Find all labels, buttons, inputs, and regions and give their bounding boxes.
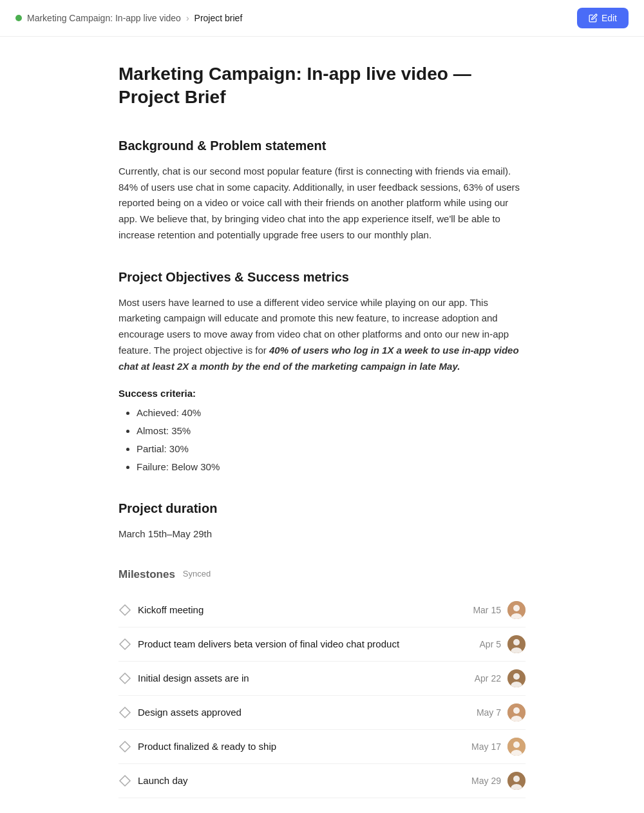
milestone-label: Product finalized & ready to ship — [138, 739, 276, 754]
svg-point-13 — [513, 741, 520, 748]
avatar — [507, 738, 526, 756]
diamond-icon — [118, 706, 131, 719]
breadcrumb: Marketing Campaign: In-app live video › … — [15, 11, 242, 25]
milestone-date: Apr 5 — [480, 637, 501, 651]
avatar — [507, 669, 526, 687]
objectives-body: Most users have learned to use a differe… — [118, 295, 526, 375]
svg-point-4 — [513, 639, 520, 646]
milestone-label: Initial design assets are in — [138, 671, 249, 686]
milestone-left: Launch day — [118, 773, 188, 789]
duration-body: March 15th–May 29th — [118, 526, 526, 542]
background-heading: Background & Problem statement — [118, 135, 526, 156]
milestone-row: Initial design assets are in Apr 22 — [118, 662, 526, 696]
milestone-label: Launch day — [138, 773, 188, 789]
status-dot — [15, 15, 22, 21]
milestone-row: Kickoff meeting Mar 15 — [118, 593, 526, 627]
section-milestones: Milestones Synced Kickoff meeting Mar 15 — [118, 566, 526, 798]
avatar — [507, 772, 526, 790]
avatar — [507, 635, 526, 653]
main-content: Marketing Campaign: In-app live video — … — [103, 37, 541, 813]
milestone-date: May 7 — [477, 705, 501, 720]
milestone-date: Mar 15 — [473, 603, 501, 617]
milestone-right: Apr 22 — [475, 669, 526, 687]
avatar — [507, 703, 526, 722]
svg-point-10 — [513, 707, 520, 714]
milestone-label: Product team delivers beta version of fi… — [138, 636, 399, 652]
section-background: Background & Problem statement Currently… — [118, 135, 526, 244]
milestone-right: Apr 5 — [480, 635, 526, 653]
list-item: Partial: 30% — [137, 441, 526, 457]
diamond-icon — [118, 774, 131, 787]
milestones-header: Milestones Synced — [118, 566, 526, 583]
list-item: Achieved: 40% — [137, 405, 526, 421]
svg-point-16 — [513, 776, 520, 782]
page-title: Marketing Campaign: In-app live video — … — [118, 62, 526, 110]
edit-button[interactable]: Edit — [577, 8, 629, 28]
list-item: Almost: 35% — [137, 423, 526, 439]
milestone-date: Apr 22 — [475, 671, 501, 685]
milestone-right: Mar 15 — [473, 601, 526, 619]
milestone-label: Kickoff meeting — [138, 602, 204, 618]
topbar: Marketing Campaign: In-app live video › … — [0, 0, 644, 37]
milestone-row: Launch day May 29 — [118, 764, 526, 798]
milestone-label: Design assets approved — [138, 705, 242, 720]
list-item: Failure: Below 30% — [137, 459, 526, 475]
success-criteria-label: Success criteria: — [118, 386, 526, 401]
objectives-heading: Project Objectives & Success metrics — [118, 267, 526, 287]
diamond-icon — [118, 740, 131, 753]
background-body: Currently, chat is our second most popul… — [118, 164, 526, 244]
section-duration: Project duration March 15th–May 29th — [118, 498, 526, 542]
diamond-icon — [118, 638, 131, 651]
synced-badge: Synced — [183, 568, 211, 581]
svg-point-7 — [513, 673, 520, 680]
section-objectives: Project Objectives & Success metrics Mos… — [118, 267, 526, 475]
milestones-title: Milestones — [118, 566, 175, 583]
milestone-left: Initial design assets are in — [118, 671, 249, 686]
milestone-row: Design assets approved May 7 — [118, 696, 526, 730]
diamond-icon — [118, 604, 131, 617]
milestone-left: Design assets approved — [118, 705, 242, 720]
milestone-left: Kickoff meeting — [118, 602, 204, 618]
success-criteria-list: Achieved: 40% Almost: 35% Partial: 30% F… — [118, 405, 526, 475]
milestone-right: May 17 — [471, 738, 526, 756]
milestone-right: May 7 — [477, 703, 526, 722]
milestone-right: May 29 — [471, 772, 526, 790]
milestone-left: Product team delivers beta version of fi… — [118, 636, 399, 652]
milestones-list: Kickoff meeting Mar 15 Product team deli… — [118, 593, 526, 798]
milestone-row: Product finalized & ready to ship May 17 — [118, 730, 526, 764]
avatar — [507, 601, 526, 619]
milestone-left: Product finalized & ready to ship — [118, 739, 276, 754]
milestone-date: May 29 — [471, 774, 501, 788]
edit-icon — [589, 14, 598, 23]
duration-heading: Project duration — [118, 498, 526, 519]
breadcrumb-current: Project brief — [194, 11, 243, 25]
milestone-date: May 17 — [471, 740, 501, 754]
chevron-icon: › — [186, 11, 189, 25]
milestone-row: Product team delivers beta version of fi… — [118, 627, 526, 662]
breadcrumb-parent[interactable]: Marketing Campaign: In-app live video — [27, 11, 181, 25]
diamond-icon — [118, 672, 131, 685]
svg-point-1 — [513, 605, 520, 611]
